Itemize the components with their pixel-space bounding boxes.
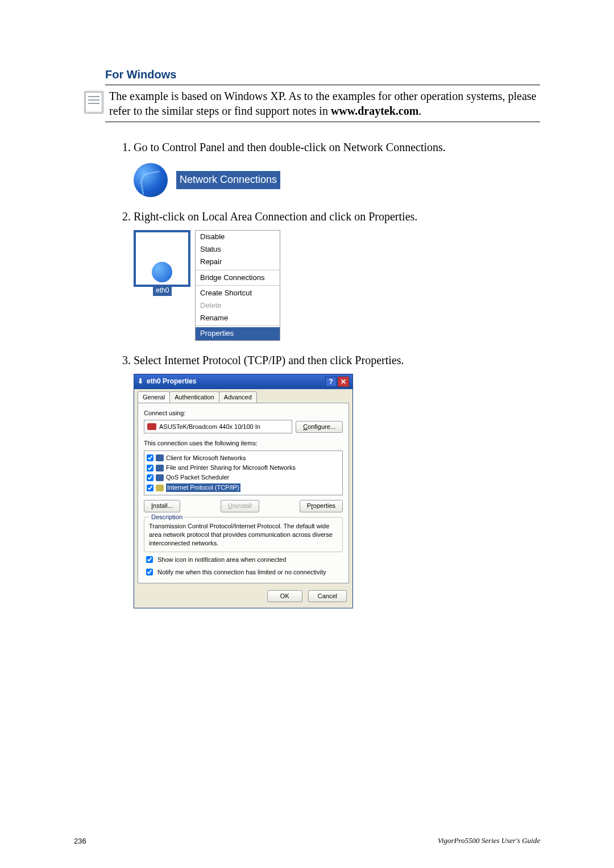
adapter-field: ASUSTeK/Broadcom 440x 10/100 In — [144, 420, 292, 433]
network-connections-figure: Network Connections — [134, 163, 540, 197]
ok-button[interactable]: OK — [267, 590, 302, 602]
item-fileshare[interactable]: File and Printer Sharing for Microsoft N… — [147, 463, 340, 473]
note-dot: . — [418, 105, 421, 117]
tab-body: Connect using: ASUSTeK/Broadcom 440x 10/… — [138, 403, 349, 583]
note-box: The example is based on Windows XP. As t… — [105, 85, 540, 122]
adapter-name: ASUSTeK/Broadcom 440x 10/100 In — [159, 423, 260, 431]
install-button[interactable]: Install... — [144, 500, 180, 512]
tab-advanced[interactable]: Advanced — [219, 391, 257, 403]
notify-row[interactable]: Notify me when this connection has limit… — [144, 568, 343, 577]
dialog-titlebar: ⬇ eth0 Properties ? ✕ — [134, 374, 352, 389]
component-icon — [156, 454, 164, 461]
close-icon[interactable]: ✕ — [338, 377, 349, 387]
note-text: The example is based on Windows XP. As t… — [109, 89, 540, 118]
properties-dialog: ⬇ eth0 Properties ? ✕ General Authentica… — [134, 374, 353, 609]
note-icon — [84, 91, 103, 114]
step-1: Go to Control Panel and then double-clic… — [134, 139, 540, 197]
context-menu-figure: eth0 Disable Status Repair Bridge Connec… — [134, 230, 281, 341]
protocol-icon — [156, 485, 164, 491]
menu-disable[interactable]: Disable — [196, 231, 280, 243]
step-1-text: Go to Control Panel and then double-clic… — [134, 141, 446, 153]
page-number: 236 — [74, 837, 86, 845]
items-list: Client for Microsoft Networks File and P… — [144, 450, 343, 496]
menu-properties[interactable]: Properties — [196, 327, 280, 340]
adapter-row: ASUSTeK/Broadcom 440x 10/100 In Configur… — [144, 420, 343, 433]
connect-using-label: Connect using: — [144, 409, 343, 418]
network-connections-label: Network Connections — [176, 171, 280, 189]
description-label: Description — [149, 513, 185, 521]
item-tcpip-check[interactable] — [147, 485, 154, 491]
menu-delete: Delete — [196, 299, 280, 312]
uninstall-button: Uninstall — [221, 500, 259, 512]
guide-name: VigorPro5500 Series User's Guide — [438, 836, 540, 845]
item-tcpip[interactable]: Internet Protocol (TCP/IP) — [147, 483, 340, 493]
menu-status[interactable]: Status — [196, 243, 280, 256]
uses-label: This connection uses the following items… — [144, 439, 343, 448]
menu-shortcut[interactable]: Create Shortcut — [196, 287, 280, 299]
item-client[interactable]: Client for Microsoft Networks — [147, 453, 340, 463]
item-client-check[interactable] — [147, 454, 154, 461]
step-2: Right-click on Local Area Connection and… — [134, 208, 540, 341]
cancel-button[interactable]: Cancel — [308, 590, 347, 602]
section-heading: For Windows — [105, 68, 540, 81]
menu-rename[interactable]: Rename — [196, 312, 280, 324]
note-icon-cell — [78, 89, 109, 114]
description-text: Transmission Control Protocol/Internet P… — [149, 522, 338, 548]
connection-icon-box: eth0 — [134, 230, 190, 287]
show-icon-row[interactable]: Show icon in notification area when conn… — [144, 556, 343, 565]
note-line: The example is based on Windows XP. As t… — [109, 90, 536, 117]
globe-icon — [134, 163, 168, 197]
show-icon-check[interactable] — [146, 556, 153, 563]
dialog-title: eth0 Properties — [147, 377, 196, 386]
menu-separator — [196, 285, 280, 286]
item-qos[interactable]: QoS Packet Scheduler — [147, 473, 340, 482]
description-group: Description Transmission Control Protoco… — [144, 517, 343, 552]
dialog-icon: ⬇ — [138, 377, 143, 386]
steps-list: Go to Control Panel and then double-clic… — [105, 139, 540, 608]
step-2-text: Right-click on Local Area Connection and… — [134, 210, 417, 223]
item-properties-button[interactable]: Properties — [300, 500, 343, 512]
dialog-buttons: OK Cancel — [134, 587, 352, 608]
menu-separator — [196, 270, 280, 270]
menu-repair[interactable]: Repair — [196, 256, 280, 268]
notify-label: Notify me when this connection has limit… — [157, 568, 326, 577]
menu-bridge[interactable]: Bridge Connections — [196, 272, 280, 284]
item-qos-check[interactable] — [147, 474, 154, 481]
step-3: Select Internet Protocol (TCP/IP) and th… — [134, 352, 540, 609]
nic-icon — [147, 423, 156, 430]
content: For Windows The example is based on Wind… — [0, 0, 614, 608]
page: For Windows The example is based on Wind… — [0, 0, 614, 868]
help-icon[interactable]: ? — [325, 377, 337, 387]
footer: 236 VigorPro5500 Series User's Guide — [74, 836, 540, 845]
notify-check[interactable] — [146, 569, 153, 575]
item-fileshare-check[interactable] — [147, 465, 154, 471]
menu-separator — [196, 326, 280, 326]
context-menu: Disable Status Repair Bridge Connections… — [195, 230, 280, 341]
configure-button[interactable]: Configure... — [296, 421, 343, 433]
component-icon — [156, 465, 164, 471]
note-bold: www.draytek.com — [331, 105, 418, 117]
eth-label: eth0 — [153, 285, 172, 296]
show-icon-label: Show icon in notification area when conn… — [157, 556, 286, 564]
dialog-tabs: General Authentication Advanced — [134, 389, 352, 403]
tab-general[interactable]: General — [138, 391, 170, 403]
tab-authentication[interactable]: Authentication — [169, 391, 219, 403]
connection-icon — [152, 262, 172, 282]
component-icon — [156, 474, 164, 481]
step-3-text: Select Internet Protocol (TCP/IP) and th… — [134, 354, 404, 366]
item-buttons: Install... Uninstall Properties — [144, 500, 343, 512]
